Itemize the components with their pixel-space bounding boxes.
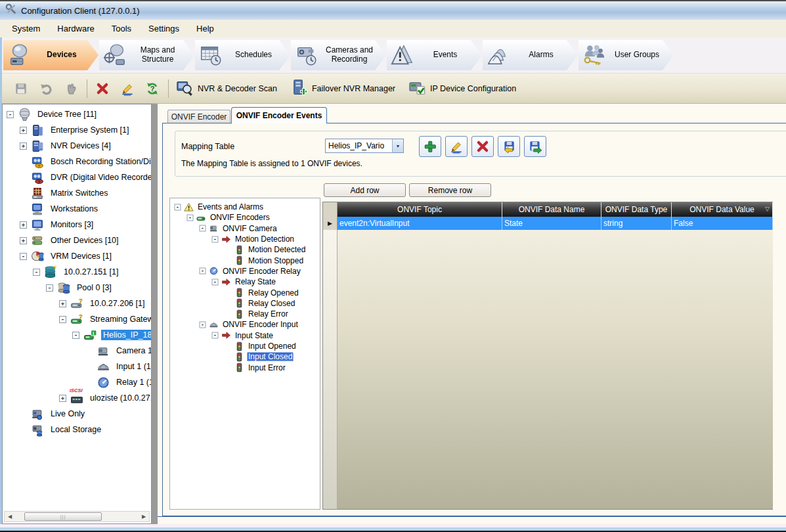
tree-item-10-0-27-206-1-[interactable]: +?10.0.27.206 [1] <box>3 296 151 311</box>
menu-settings[interactable]: Settings <box>140 21 188 36</box>
collapse-icon[interactable]: - <box>212 332 219 339</box>
tab-onvif-encoder-events[interactable]: ONVIF Encoder Events <box>231 107 327 123</box>
chevron-down-icon[interactable]: ▼ <box>392 139 403 152</box>
tree-item-input-error[interactable]: Input Error <box>170 362 320 372</box>
nvr-decoder-scan-button[interactable]: NVR & Decoder Scan <box>176 79 277 98</box>
nav-devices-button[interactable]: Devices <box>3 40 98 70</box>
collapse-icon[interactable]: - <box>212 236 219 242</box>
edit-mapping-table-button[interactable] <box>445 136 468 157</box>
panel-splitter[interactable] <box>152 104 158 524</box>
tree-item-enterprise-system-1-[interactable]: +Enterprise System [1] <box>3 122 151 138</box>
collapse-icon[interactable]: - <box>200 225 206 232</box>
nav-maps-and-structure-button[interactable]: Maps and Structure <box>99 40 194 70</box>
expand-icon[interactable]: + <box>59 395 66 402</box>
expand-icon[interactable]: + <box>20 127 27 134</box>
remove-row-button[interactable]: Remove row <box>409 183 491 197</box>
filter-icon[interactable]: ▽ <box>765 206 770 212</box>
delete-button[interactable] <box>92 78 113 99</box>
tree-item-live-only[interactable]: Live Only <box>3 406 151 422</box>
tree-item-input-1-10-0-[interactable]: Input 1 (10.0. <box>3 359 151 374</box>
tree-item-relay-error[interactable]: Relay Error <box>170 309 320 319</box>
collapse-icon[interactable]: - <box>72 332 79 339</box>
column-header-onvif-data-type[interactable]: ONVIF Data Type <box>601 202 672 217</box>
tree-item-onvif-encoder-input[interactable]: -ONVIF Encoder Input <box>170 319 320 330</box>
expand-icon[interactable]: + <box>20 221 27 229</box>
tree-item-motion-detection[interactable]: -Motion Detection <box>170 234 320 244</box>
nav-alarms-button[interactable]: Alarms <box>483 40 578 70</box>
scroll-right-arrow-icon[interactable]: ▶ <box>139 512 149 521</box>
collapse-icon[interactable]: - <box>200 321 206 328</box>
collapse-icon[interactable]: - <box>212 278 219 285</box>
tree-item-motion-detected[interactable]: Motion Detected <box>170 244 320 255</box>
table-cell[interactable]: State <box>502 217 601 230</box>
menu-hardware[interactable]: Hardware <box>49 21 102 36</box>
tree-item-local-storage[interactable]: Local Storage <box>3 422 151 437</box>
tree-item-camera-1-10[interactable]: Camera 1 (10 <box>3 343 151 359</box>
collapse-icon[interactable]: - <box>200 268 206 275</box>
tree-item-other-devices-10-[interactable]: +Other Devices [10] <box>3 233 151 248</box>
expand-icon[interactable]: + <box>20 237 27 244</box>
tree-item-input-closed[interactable]: Input Closed <box>170 351 320 362</box>
tree-item-workstations[interactable]: Workstations <box>3 201 151 217</box>
table-cell[interactable]: False <box>672 217 773 230</box>
collapse-icon[interactable]: - <box>20 253 27 260</box>
tree-item-streaming-gateway-[interactable]: -?Streaming Gateway/ <box>3 311 151 327</box>
ip-device-configuration-button[interactable]: IP Device Configuration <box>408 79 516 98</box>
scroll-left-arrow-icon[interactable]: ◀ <box>5 512 15 521</box>
rename-button[interactable] <box>117 78 138 99</box>
tab-onvif-encoder[interactable]: ONVIF Encoder <box>167 110 230 123</box>
tree-item-onvif-camera[interactable]: -ONVIF Camera <box>170 223 320 234</box>
table-cell[interactable]: string <box>601 217 672 230</box>
collapse-icon[interactable]: - <box>7 111 14 118</box>
tree-item-input-state[interactable]: -Input State <box>170 330 320 341</box>
tree-item-nvr-devices-4-[interactable]: +NVR Devices [4] <box>3 138 151 154</box>
nav-user-groups-button[interactable]: User Groups <box>579 40 674 70</box>
tree-item-events-and-alarms[interactable]: -Events and Alarms <box>170 202 320 212</box>
scroll-thumb[interactable]: ||| <box>24 512 102 521</box>
tree-item-helios-ip-18-3-[interactable]: -iHelios_IP_18 [3] <box>3 327 151 343</box>
column-header-onvif-data-value[interactable]: ONVIF Data Value▽ <box>672 202 773 217</box>
row-selector-arrow-icon[interactable]: ▶ <box>323 217 338 230</box>
tree-item-bosch-recording-station-dibos[interactable]: Bosch Recording Station/DiBos <box>3 154 151 169</box>
table-cell[interactable]: event2n:VirtualInput <box>338 217 502 230</box>
add-row-button[interactable]: Add row <box>324 183 406 197</box>
tree-horizontal-scrollbar[interactable]: ◀ ||| ▶ <box>4 511 150 522</box>
nav-schedules-button[interactable]: Schedules <box>195 40 290 70</box>
collapse-icon[interactable]: - <box>187 214 194 221</box>
refresh-states-button[interactable]: ? <box>142 78 163 99</box>
tree-item-onvif-encoder-relay[interactable]: -ONVIF Encoder Relay <box>170 266 320 277</box>
table-row[interactable]: ▶event2n:VirtualInputStatestringFalse <box>323 217 773 230</box>
tree-item-input-opened[interactable]: Input Opened <box>170 341 320 351</box>
tree-item-relay-closed[interactable]: Relay Closed <box>170 298 320 309</box>
tree-item-matrix-switches[interactable]: Matrix Switches <box>3 185 151 201</box>
tree-item-device-tree-11-[interactable]: -Device Tree [11] <box>3 106 151 122</box>
tree-item-vrm-devices-1-[interactable]: -VRM Devices [1] <box>3 248 151 264</box>
failover-nvr-manager-button[interactable]: Failover NVR Manager <box>290 79 395 98</box>
tree-item-pool-0-3-[interactable]: -Pool 0 [3] <box>3 280 151 296</box>
import-mapping-table-button[interactable] <box>498 136 520 157</box>
collapse-icon[interactable]: - <box>46 284 53 292</box>
collapse-icon[interactable]: - <box>33 269 40 276</box>
tree-item-relay-opened[interactable]: Relay Opened <box>170 287 320 298</box>
tree-item-monitors-3-[interactable]: +Monitors [3] <box>3 217 151 233</box>
collapse-icon[interactable]: - <box>59 316 66 323</box>
menu-tools[interactable]: Tools <box>103 21 140 36</box>
add-mapping-table-button[interactable] <box>419 136 441 157</box>
collapse-icon[interactable]: - <box>175 204 181 210</box>
tree-item-dvr-digital-video-recorder-[interactable]: DVR (Digital Video Recorder) <box>3 169 151 185</box>
column-header-onvif-data-name[interactable]: ONVIF Data Name <box>502 202 601 217</box>
mapping-table-dropdown[interactable]: Helios_IP_Vario ▼ <box>325 139 404 153</box>
expand-icon[interactable]: + <box>59 300 66 307</box>
nav-cameras-and-recording-button[interactable]: Cameras and Recording <box>291 40 386 70</box>
delete-mapping-table-button[interactable] <box>471 136 494 157</box>
tree-item-10-0-27-151-1-[interactable]: -?10.0.27.151 [1] <box>3 264 151 280</box>
tree-item-uloziste-10-0-27-151[interactable]: +iSCSIuloziste (10.0.27.151 <box>3 390 151 406</box>
tree-item-relay-state[interactable]: -Relay State <box>170 277 320 287</box>
menu-system[interactable]: System <box>3 21 49 36</box>
export-mapping-table-button[interactable] <box>524 136 546 157</box>
expand-icon[interactable]: + <box>20 143 27 150</box>
tree-item-onvif-encoders[interactable]: -ONVIF Encoders <box>170 212 320 223</box>
tree-item-motion-stopped[interactable]: Motion Stopped <box>170 255 320 265</box>
nav-events-button[interactable]: Events <box>387 40 482 70</box>
menu-help[interactable]: Help <box>188 21 223 36</box>
